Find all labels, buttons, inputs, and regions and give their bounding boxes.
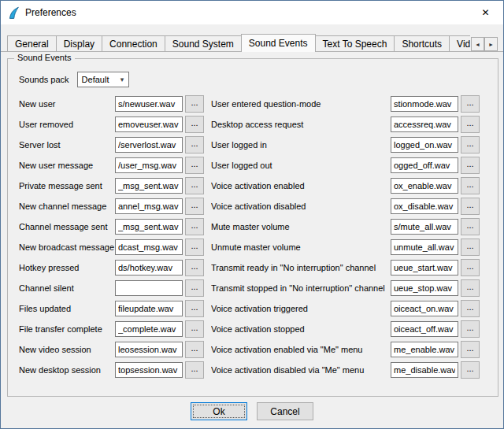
ok-button[interactable]: Ok: [191, 402, 247, 420]
sound-file-input[interactable]: [115, 260, 183, 276]
sound-event-label: Voice activation disabled via "Me" menu: [211, 365, 391, 375]
sound-file-input[interactable]: [115, 96, 183, 112]
sound-event-row: Transmit ready in "No interruption" chan…: [211, 257, 480, 278]
browse-button[interactable]: ...: [461, 239, 480, 256]
sound-event-row: New desktop session ...: [19, 360, 204, 380]
sound-event-label: Transmit stopped in "No interruption" ch…: [211, 283, 391, 293]
tab-connection[interactable]: Connection: [102, 35, 165, 51]
sounds-pack-label: Sounds pack: [19, 75, 69, 84]
sound-event-label: Transmit ready in "No interruption" chan…: [211, 263, 391, 272]
browse-button[interactable]: ...: [185, 361, 204, 379]
browse-button[interactable]: ...: [185, 95, 204, 113]
sound-event-row: Mute master volume ...: [211, 216, 480, 237]
tab-bar: GeneralDisplayConnectionSound SystemSoun…: [7, 34, 470, 52]
tab-scroll-right-button[interactable]: ►: [484, 37, 498, 51]
tab-video[interactable]: Video: [449, 35, 470, 51]
sound-event-row: New video session ...: [19, 339, 204, 360]
tab-scroll-control: ◄ ►: [471, 37, 498, 51]
sound-file-input[interactable]: [115, 137, 183, 153]
sound-file-input[interactable]: [115, 116, 183, 132]
sound-event-row: User entered question-mode ...: [211, 94, 480, 114]
sound-file-input[interactable]: [391, 301, 458, 316]
tab-display[interactable]: Display: [56, 35, 102, 51]
sound-event-label: New broadcast message: [19, 242, 115, 252]
browse-button[interactable]: ...: [461, 95, 480, 113]
tab-general[interactable]: General: [7, 35, 57, 51]
sound-file-input[interactable]: [115, 239, 183, 255]
sound-file-input[interactable]: [115, 219, 183, 235]
sound-file-input[interactable]: [391, 260, 458, 276]
browse-button[interactable]: ...: [461, 177, 480, 194]
browse-button[interactable]: ...: [461, 198, 480, 215]
sound-file-input[interactable]: [115, 321, 183, 337]
browse-button[interactable]: ...: [461, 136, 480, 153]
sound-file-input[interactable]: [115, 157, 183, 173]
tab-scroll-left-button[interactable]: ◄: [471, 37, 484, 51]
browse-button[interactable]: ...: [185, 259, 204, 276]
tab-shortcuts[interactable]: Shortcuts: [394, 35, 450, 51]
browse-button[interactable]: ...: [185, 157, 204, 174]
close-icon: ✕: [481, 7, 489, 18]
browse-button[interactable]: ...: [185, 116, 204, 133]
sound-event-row: Files updated ...: [19, 298, 204, 319]
sound-file-input[interactable]: [115, 301, 183, 316]
browse-button[interactable]: ...: [185, 239, 204, 256]
browse-button[interactable]: ...: [461, 218, 480, 235]
browse-button[interactable]: ...: [185, 218, 204, 235]
sounds-pack-select[interactable]: Default ▾: [77, 72, 129, 87]
sound-file-input[interactable]: [391, 178, 458, 194]
sound-event-row: Voice activation enabled via "Me" menu .…: [211, 339, 480, 360]
sound-event-label: Voice activation stopped: [211, 324, 391, 334]
sound-event-row: Hotkey pressed ...: [19, 257, 204, 278]
sound-event-label: User logged in: [211, 140, 391, 150]
sound-file-input[interactable]: [391, 239, 458, 255]
sound-event-label: Voice activation enabled: [211, 181, 391, 190]
chevron-left-icon: ◄: [475, 42, 480, 47]
sound-file-input[interactable]: [391, 116, 458, 132]
sound-event-row: Voice activation stopped ...: [211, 319, 480, 339]
tab-sound-system[interactable]: Sound System: [165, 35, 242, 51]
browse-button[interactable]: ...: [461, 116, 480, 133]
title-bar: Preferences ✕: [1, 1, 503, 24]
browse-button[interactable]: ...: [461, 361, 480, 379]
browse-button[interactable]: ...: [461, 279, 480, 297]
tab-sound-events[interactable]: Sound Events: [241, 34, 316, 52]
sound-file-input[interactable]: [391, 342, 458, 357]
close-button[interactable]: ✕: [468, 1, 503, 24]
browse-button[interactable]: ...: [461, 341, 480, 358]
sound-event-row: Voice activation enabled ...: [211, 176, 480, 196]
browse-button[interactable]: ...: [185, 320, 204, 338]
sound-event-row: Voice activation disabled ...: [211, 196, 480, 216]
sound-file-input[interactable]: [391, 157, 458, 173]
sound-event-row: Server lost ...: [19, 135, 204, 155]
sound-file-input[interactable]: [115, 342, 183, 357]
sound-file-input[interactable]: [115, 362, 183, 378]
browse-button[interactable]: ...: [461, 259, 480, 276]
browse-button[interactable]: ...: [185, 177, 204, 194]
sound-file-input[interactable]: [391, 137, 458, 153]
sound-file-input[interactable]: [391, 198, 458, 214]
sound-file-input[interactable]: [391, 219, 458, 235]
browse-button[interactable]: ...: [461, 300, 480, 317]
browse-button[interactable]: ...: [185, 136, 204, 153]
browse-button[interactable]: ...: [185, 279, 204, 297]
browse-button[interactable]: ...: [185, 300, 204, 317]
browse-button[interactable]: ...: [185, 341, 204, 358]
sound-file-input[interactable]: [391, 362, 458, 378]
sound-file-input[interactable]: [391, 321, 458, 337]
sound-file-input[interactable]: [115, 198, 183, 214]
sound-event-row: Desktop access request ...: [211, 114, 480, 135]
sound-event-label: New channel message: [19, 202, 115, 211]
cancel-button[interactable]: Cancel: [257, 402, 313, 420]
sound-file-input[interactable]: [391, 280, 458, 296]
browse-button[interactable]: ...: [185, 198, 204, 215]
sound-event-label: Voice activation enabled via "Me" menu: [211, 345, 391, 354]
sound-events-group: Sound Events Sounds pack Default ▾ New u…: [7, 58, 498, 397]
tab-text-to-speech[interactable]: Text To Speech: [315, 35, 395, 51]
sound-file-input[interactable]: [391, 96, 458, 112]
browse-button[interactable]: ...: [461, 320, 480, 338]
sound-file-input[interactable]: [115, 178, 183, 194]
browse-button[interactable]: ...: [461, 157, 480, 174]
dialog-footer: Ok Cancel: [1, 402, 503, 420]
sound-file-input[interactable]: [115, 280, 183, 296]
